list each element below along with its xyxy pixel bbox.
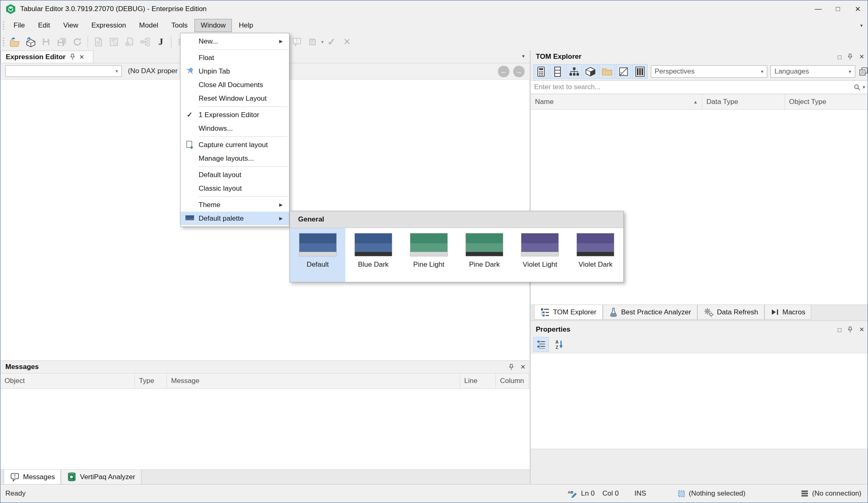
- menu-expression[interactable]: Expression: [85, 19, 132, 32]
- tab-messages[interactable]: !Messages: [4, 470, 61, 485]
- title-bar: Tabular Editor 3.0.7919.27070 (DEBUG) - …: [0, 0, 868, 18]
- palette-option-violet-light[interactable]: Violet Light: [512, 228, 568, 282]
- pin-icon[interactable]: [69, 53, 76, 60]
- languages-dropdown[interactable]: Languages ▾: [771, 65, 855, 78]
- tab-macros[interactable]: Macros: [764, 305, 812, 320]
- navigate-back-button[interactable]: ←: [498, 66, 509, 77]
- menu-item-new[interactable]: New...▶: [181, 35, 289, 48]
- search-input[interactable]: Enter text to search... ▾: [531, 80, 868, 94]
- org-chart-button[interactable]: [137, 35, 153, 49]
- menu-item-default-layout[interactable]: Default layout: [181, 168, 289, 182]
- pin-icon[interactable]: [847, 326, 853, 333]
- column-header-name[interactable]: Name▲: [531, 94, 702, 109]
- palette-option-blue-dark[interactable]: Blue Dark: [345, 228, 401, 282]
- menu-item-1-expression-editor[interactable]: ✓1 Expression Editor: [181, 108, 289, 122]
- search-icon[interactable]: [853, 83, 861, 91]
- menu-item-capture-current-layout[interactable]: Capture current layout: [181, 138, 289, 152]
- refresh-button[interactable]: [69, 35, 85, 49]
- menu-model[interactable]: Model: [133, 19, 164, 32]
- save-button[interactable]: [38, 35, 54, 49]
- tab-best-practice-analyzer[interactable]: Best Practice Analyzer: [603, 305, 697, 320]
- perspectives-dropdown[interactable]: Perspectives ▾: [651, 65, 767, 78]
- menu-item-default-palette[interactable]: Default palette▶: [181, 212, 289, 225]
- menu-window[interactable]: Window: [194, 19, 231, 32]
- vertipaq-icon: [67, 472, 76, 482]
- column-header-type[interactable]: Type: [135, 374, 167, 388]
- close-button[interactable]: ✕: [848, 0, 868, 18]
- toggle-hierarchies-button[interactable]: [566, 64, 582, 79]
- menu-item-close-all-documents[interactable]: Close All Documents: [181, 78, 289, 92]
- open-file-button[interactable]: [7, 35, 23, 49]
- tab-expression-editor[interactable]: Expression Editor ✕: [0, 51, 93, 63]
- palette-option-pine-dark[interactable]: Pine Dark: [457, 228, 512, 282]
- close-icon[interactable]: ✕: [520, 363, 525, 371]
- menu-item-reset-window-layout[interactable]: Reset Window Layout: [181, 92, 289, 105]
- tab-data-refresh[interactable]: Data Refresh: [697, 305, 764, 320]
- open-db-button[interactable]: [23, 35, 38, 49]
- message-bubble-button[interactable]: !: [289, 35, 305, 49]
- chevron-down-icon[interactable]: ▾: [522, 53, 525, 59]
- toolbar-overflow-icon[interactable]: ▾: [860, 23, 863, 28]
- pin-icon[interactable]: [847, 53, 853, 60]
- minimize-button[interactable]: —: [808, 0, 828, 18]
- tab-vertipaq-analyzer[interactable]: VertiPaq Analyzer: [61, 470, 141, 485]
- menu-item-float[interactable]: Float: [181, 51, 289, 65]
- column-header-message[interactable]: Message: [167, 374, 460, 388]
- close-icon[interactable]: ✕: [859, 326, 864, 333]
- doc-import-button[interactable]: [122, 35, 137, 49]
- window-position-icon[interactable]: □: [838, 53, 841, 60]
- maximize-button[interactable]: □: [828, 0, 848, 18]
- column-header-line[interactable]: Line: [460, 374, 496, 388]
- languages-value: Languages: [771, 67, 845, 76]
- toggle-table-columns-button[interactable]: [632, 64, 648, 79]
- column-header-column[interactable]: Column: [496, 374, 529, 388]
- search-placeholder: Enter text to search...: [531, 83, 853, 91]
- messages-list[interactable]: [0, 389, 530, 470]
- column-header-object-type[interactable]: Object Type: [785, 94, 868, 109]
- status-insert-mode: INS: [634, 485, 646, 503]
- check-button[interactable]: ✓: [324, 35, 339, 49]
- flat-view-icon[interactable]: [859, 67, 868, 76]
- categorized-button[interactable]: [533, 337, 549, 352]
- menu-item-unpin-tab[interactable]: Unpin Tab: [181, 65, 289, 78]
- chevron-down-icon[interactable]: ▾: [863, 84, 865, 90]
- dax-script-icon: J: [158, 37, 163, 47]
- tab-tom-explorer[interactable]: TOM Explorer: [534, 305, 603, 320]
- close-icon[interactable]: ✕: [859, 53, 864, 60]
- menu-file[interactable]: File: [7, 19, 31, 32]
- new-doc-button[interactable]: [90, 35, 106, 49]
- toggle-columns-button[interactable]: [550, 64, 565, 79]
- dax-script-button[interactable]: J: [153, 35, 169, 49]
- palette-option-violet-dark[interactable]: Violet Dark: [568, 228, 623, 282]
- expression-selector-dropdown[interactable]: ▾: [5, 65, 122, 77]
- pin-icon[interactable]: [508, 364, 514, 371]
- menu-help[interactable]: Help: [233, 19, 259, 32]
- save-all-button[interactable]: [54, 35, 69, 49]
- menu-item-manage-layouts[interactable]: Manage layouts...: [181, 152, 289, 165]
- toggle-measures-button[interactable]: [533, 64, 549, 79]
- navigate-forward-button[interactable]: →: [513, 66, 525, 77]
- alphabetical-button[interactable]: AZ: [551, 337, 567, 352]
- window-position-icon[interactable]: □: [838, 326, 841, 333]
- palette-option-label: Pine Light: [413, 261, 444, 269]
- menu-view[interactable]: View: [57, 19, 85, 32]
- menu-item-classic-layout[interactable]: Classic layout: [181, 182, 289, 195]
- palette-option-default[interactable]: Default: [290, 228, 345, 282]
- menu-edit[interactable]: Edit: [32, 19, 56, 32]
- close-icon[interactable]: ✕: [79, 53, 84, 61]
- cancel-x-button[interactable]: ✕: [339, 35, 355, 49]
- toggle-folders-button[interactable]: [599, 64, 615, 79]
- properties-panel: Properties □ ✕ AZ: [531, 323, 868, 485]
- column-header-data-type[interactable]: Data Type: [702, 94, 785, 109]
- doc-script-button[interactable]: [106, 35, 122, 49]
- palette-option-pine-light[interactable]: Pine Light: [401, 228, 456, 282]
- column-header-object[interactable]: Object: [0, 374, 135, 388]
- palette-option-label: Violet Light: [523, 261, 557, 269]
- properties-grid[interactable]: [531, 353, 868, 449]
- menu-tools[interactable]: Tools: [165, 19, 194, 32]
- toggle-partitions-button[interactable]: [616, 64, 631, 79]
- save-layout-button[interactable]: [305, 35, 320, 49]
- menu-item-theme[interactable]: Theme▶: [181, 198, 289, 212]
- toggle-perspectives-cube-button[interactable]: [583, 64, 598, 79]
- menu-item-windows[interactable]: Windows...: [181, 122, 289, 135]
